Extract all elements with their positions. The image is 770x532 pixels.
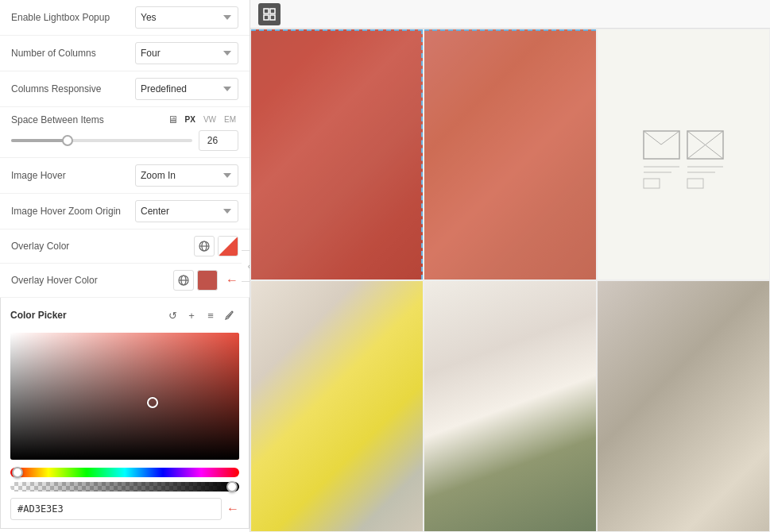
hue-thumb[interactable] <box>12 467 23 478</box>
overlay-color-label: Overlay Color <box>11 241 194 252</box>
columns-responsive-label: Columns Responsive <box>11 83 135 94</box>
image-hover-zoom-origin-label: Image Hover Zoom Origin <box>11 206 135 217</box>
overlay-hover-arrow-icon: ← <box>226 273 238 287</box>
alpha-thumb[interactable] <box>226 481 238 492</box>
slider-thumb[interactable] <box>62 135 73 146</box>
space-between-label: Space Between Items <box>11 114 168 125</box>
image-hover-select[interactable]: Zoom In Zoom Out None <box>135 164 238 187</box>
svg-rect-21 <box>644 179 660 188</box>
overlay-hover-color-swatch[interactable] <box>197 270 218 291</box>
columns-responsive-select[interactable]: Predefined Custom <box>135 78 238 100</box>
color-picker-eyedropper-button[interactable] <box>220 306 239 325</box>
preview-image-1 <box>251 29 423 279</box>
svg-rect-9 <box>264 15 269 20</box>
number-columns-row: Number of Columns One Two Three Four Fiv… <box>0 36 250 71</box>
preview-image-3 <box>598 29 769 279</box>
preview-icon[interactable] <box>258 3 281 25</box>
overlay-hover-color-buttons: ← <box>173 270 238 291</box>
unit-em-button[interactable]: EM <box>222 114 238 125</box>
left-panel: Enable Lightbox Popup Yes No Number of C… <box>0 0 250 532</box>
image-hover-label: Image Hover <box>11 170 135 181</box>
columns-responsive-row: Columns Responsive Predefined Custom <box>0 71 250 107</box>
overlay-hover-color-globe-button[interactable] <box>173 270 194 291</box>
hue-slider-row <box>10 468 239 477</box>
space-slider-track[interactable] <box>11 139 192 142</box>
preview-cell-6 <box>597 280 770 532</box>
preview-cell-3 <box>597 29 770 280</box>
svg-rect-10 <box>270 15 275 20</box>
svg-rect-7 <box>264 9 269 13</box>
unit-buttons: PX VW EM <box>183 114 238 125</box>
hue-slider[interactable] <box>10 468 239 477</box>
preview-cell-2 <box>424 29 597 280</box>
hex-input-row: #AD3E3E3 ← <box>10 498 239 520</box>
color-picker-title: Color Picker <box>10 310 163 321</box>
hex-arrow-icon: ← <box>226 502 239 516</box>
svg-line-12 <box>644 131 661 145</box>
preview-cell-1 <box>250 29 424 280</box>
unit-px-button[interactable]: PX <box>183 114 198 125</box>
preview-header <box>250 0 770 29</box>
color-picker-panel: Color Picker ↺ + ≡ <box>0 298 250 529</box>
color-gradient-box[interactable] <box>10 333 239 460</box>
enable-lightbox-label: Enable Lightbox Popup <box>11 12 135 23</box>
unit-vw-button[interactable]: VW <box>201 114 219 125</box>
right-panel <box>250 0 770 532</box>
overlay-color-row: Overlay Color <box>0 229 250 264</box>
number-columns-label: Number of Columns <box>11 48 135 59</box>
slider-row <box>11 130 238 151</box>
preview-image-6 <box>598 281 769 531</box>
overlay-color-diagonal-button[interactable] <box>218 236 238 256</box>
alpha-slider[interactable] <box>10 482 239 492</box>
preview-image-4 <box>251 281 423 531</box>
enable-lightbox-row: Enable Lightbox Popup Yes No <box>0 0 250 36</box>
svg-rect-22 <box>687 179 703 188</box>
preview-image-2 <box>424 29 596 279</box>
svg-rect-8 <box>270 9 275 13</box>
color-picker-gradient-button[interactable]: ≡ <box>201 306 220 325</box>
color-picker-add-button[interactable]: + <box>182 306 201 325</box>
image-hover-row: Image Hover Zoom In Zoom Out None <box>0 158 250 194</box>
overlay-color-globe-button[interactable] <box>194 236 215 256</box>
collapse-handle[interactable]: ‹ <box>242 250 250 282</box>
color-picker-reset-button[interactable]: ↺ <box>163 306 182 325</box>
preview-cell-5 <box>424 280 597 532</box>
color-picker-header: Color Picker ↺ + ≡ <box>10 306 239 325</box>
preview-cell-4 <box>250 280 424 532</box>
space-between-row: Space Between Items 🖥 PX VW EM <box>0 107 250 158</box>
number-columns-select[interactable]: One Two Three Four Five Six <box>135 42 238 64</box>
preview-image-5 <box>424 281 596 531</box>
overlay-hover-color-label: Overlay Hover Color <box>11 275 173 286</box>
slider-fill <box>11 139 65 142</box>
monitor-icon: 🖥 <box>168 114 178 125</box>
overlay-color-buttons <box>194 236 238 256</box>
hex-input[interactable]: #AD3E3E3 <box>10 498 222 520</box>
wireframe-svg <box>636 115 731 195</box>
overlay-hover-color-row: Overlay Hover Color ← <box>0 264 250 298</box>
gradient-overlay <box>10 333 239 460</box>
svg-line-13 <box>661 131 679 145</box>
space-between-top: Space Between Items 🖥 PX VW EM <box>11 114 238 125</box>
preview-grid <box>250 29 770 532</box>
image-hover-zoom-origin-select[interactable]: Center Top Bottom Left Right <box>135 200 238 222</box>
enable-lightbox-select[interactable]: Yes No <box>135 6 238 29</box>
image-hover-zoom-origin-row: Image Hover Zoom Origin Center Top Botto… <box>0 194 250 229</box>
space-value-input[interactable] <box>199 130 238 151</box>
